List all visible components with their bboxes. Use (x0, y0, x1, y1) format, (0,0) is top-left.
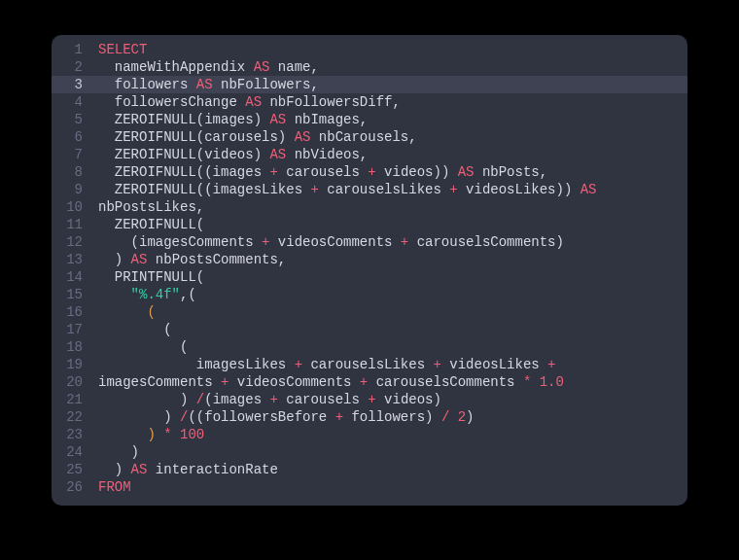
code-line: 4 followersChange AS nbFollowersDiff, (52, 93, 687, 111)
code-editor: 1SELECT2 nameWithAppendix AS name,3 foll… (52, 35, 687, 506)
line-number: 22 (52, 408, 94, 426)
line-number: 20 (52, 373, 94, 391)
code-content: "%.4f",( (94, 286, 196, 303)
code-content: ZEROIFNULL( (94, 216, 204, 233)
code-content: nameWithAppendix AS name, (94, 58, 319, 76)
line-number: 2 (52, 58, 94, 76)
line-number: 23 (52, 426, 94, 443)
line-number: 5 (52, 111, 94, 128)
code-line: 3 followers AS nbFollowers, (52, 76, 687, 93)
code-content: ZEROIFNULL(images) AS nbImages, (94, 111, 368, 128)
code-content: imagesLikes + carouselsLikes + videosLik… (94, 356, 556, 373)
code-line: 9 ZEROIFNULL((imagesLikes + carouselsLik… (52, 181, 687, 198)
code-content: ZEROIFNULL(carousels) AS nbCarousels, (94, 128, 417, 146)
code-content: (imagesComments + videosComments + carou… (94, 233, 564, 251)
code-content: ) /(images + carousels + videos) (94, 391, 441, 408)
line-number: 21 (52, 391, 94, 408)
line-number: 24 (52, 443, 94, 461)
code-content: ) (94, 443, 139, 461)
code-content: imagesComments + videosComments + carous… (94, 373, 564, 391)
line-number: 8 (52, 163, 94, 181)
line-number: 18 (52, 338, 94, 356)
code-line: 16 ( (52, 303, 687, 321)
line-number: 14 (52, 268, 94, 286)
line-number: 19 (52, 356, 94, 373)
code-line: 11 ZEROIFNULL( (52, 216, 687, 233)
line-number: 12 (52, 233, 94, 251)
code-content: ) /((followersBefore + followers) / 2) (94, 408, 475, 426)
code-content: ( (94, 338, 188, 356)
code-line: 13 ) AS nbPostsComments, (52, 251, 687, 268)
code-content: PRINTFNULL( (94, 268, 204, 286)
code-content: followersChange AS nbFollowersDiff, (94, 93, 401, 111)
line-number: 7 (52, 146, 94, 163)
code-content: FROM (94, 478, 131, 496)
line-number: 11 (52, 216, 94, 233)
code-content: ) AS interactionRate (94, 461, 278, 478)
line-number: 16 (52, 303, 94, 321)
code-line: 19 imagesLikes + carouselsLikes + videos… (52, 356, 687, 373)
line-number: 17 (52, 321, 94, 338)
code-line: 26FROM (52, 478, 687, 496)
code-line: 1SELECT (52, 41, 687, 58)
line-number: 9 (52, 181, 94, 198)
code-content: ( (94, 321, 172, 338)
code-line: 23 ) * 100 (52, 426, 687, 443)
line-number: 3 (52, 76, 94, 93)
line-number: 6 (52, 128, 94, 146)
code-line: 24 ) (52, 443, 687, 461)
code-line: 6 ZEROIFNULL(carousels) AS nbCarousels, (52, 128, 687, 146)
code-content: ) * 100 (94, 426, 204, 443)
code-content: ( (94, 303, 156, 321)
code-line: 21 ) /(images + carousels + videos) (52, 391, 687, 408)
code-content: ZEROIFNULL(videos) AS nbVideos, (94, 146, 368, 163)
code-line: 20imagesComments + videosComments + caro… (52, 373, 687, 391)
code-content: ) AS nbPostsComments, (94, 251, 286, 268)
code-line: 14 PRINTFNULL( (52, 268, 687, 286)
line-number: 13 (52, 251, 94, 268)
code-line: 22 ) /((followersBefore + followers) / 2… (52, 408, 687, 426)
line-number: 1 (52, 41, 94, 58)
code-content: ZEROIFNULL((images + carousels + videos)… (94, 163, 547, 181)
code-line: 2 nameWithAppendix AS name, (52, 58, 687, 76)
code-line: 12 (imagesComments + videosComments + ca… (52, 233, 687, 251)
code-line: 18 ( (52, 338, 687, 356)
line-number: 26 (52, 478, 94, 496)
code-line: 5 ZEROIFNULL(images) AS nbImages, (52, 111, 687, 128)
code-content: followers AS nbFollowers, (94, 76, 319, 93)
code-line: 25 ) AS interactionRate (52, 461, 687, 478)
code-line: 15 "%.4f",( (52, 286, 687, 303)
code-content: ZEROIFNULL((imagesLikes + carouselsLikes… (94, 181, 597, 198)
code-line: 8 ZEROIFNULL((images + carousels + video… (52, 163, 687, 181)
code-line: 17 ( (52, 321, 687, 338)
code-line: 10nbPostsLikes, (52, 198, 687, 216)
line-number: 4 (52, 93, 94, 111)
line-number: 15 (52, 286, 94, 303)
code-line: 7 ZEROIFNULL(videos) AS nbVideos, (52, 146, 687, 163)
code-content: nbPostsLikes, (94, 198, 204, 216)
line-number: 25 (52, 461, 94, 478)
line-number: 10 (52, 198, 94, 216)
code-content: SELECT (94, 41, 147, 58)
